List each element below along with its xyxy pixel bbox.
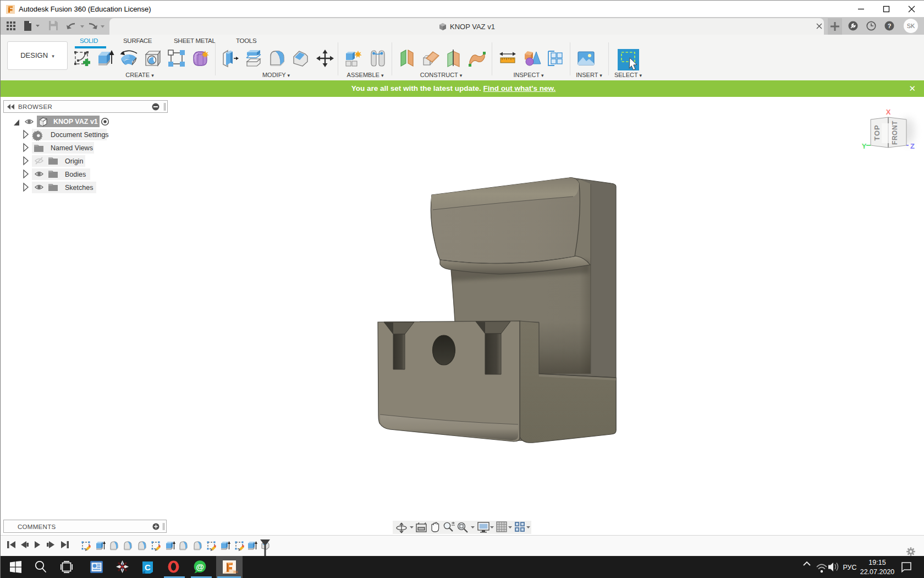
svg-text:FRONT: FRONT	[891, 121, 899, 145]
svg-text:22.07.2020: 22.07.2020	[860, 568, 895, 576]
svg-text:?: ?	[888, 23, 892, 29]
svg-text:РУС: РУС	[843, 564, 856, 571]
svg-text:Origin: Origin	[65, 157, 83, 165]
svg-text:360: 360	[233, 570, 238, 574]
svg-text:Bodies: Bodies	[65, 171, 86, 178]
svg-text:Named Views: Named Views	[51, 144, 93, 152]
svg-text:Z: Z	[910, 142, 915, 150]
svg-text:19:15: 19:15	[868, 559, 886, 566]
svg-text:Document Settings: Document Settings	[51, 131, 109, 139]
svg-text:KNOP VAZ v1: KNOP VAZ v1	[53, 118, 98, 126]
svg-text:Sketches: Sketches	[65, 184, 93, 192]
svg-text:X: X	[886, 108, 891, 116]
svg-text:@: @	[196, 562, 204, 571]
svg-text:C: C	[145, 563, 151, 572]
svg-text:TOP: TOP	[873, 124, 881, 141]
svg-text:Y: Y	[862, 142, 867, 150]
